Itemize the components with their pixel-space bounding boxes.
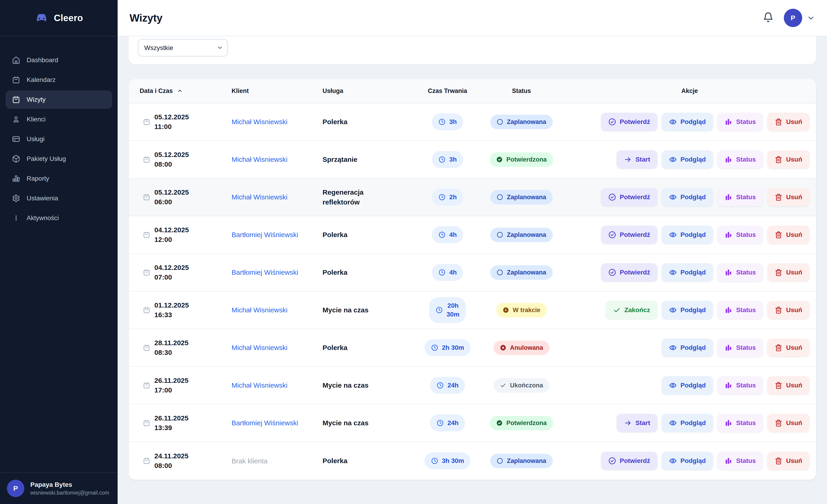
status-button[interactable]: Status — [717, 226, 763, 244]
status-button[interactable]: Status — [717, 113, 763, 131]
user-avatar: P — [784, 9, 802, 27]
client-link[interactable]: Bartłomiej Wiśniewski — [232, 267, 298, 277]
status-button[interactable]: Status — [717, 150, 763, 169]
delete-button[interactable]: Usuń — [767, 113, 810, 131]
client-link[interactable]: Michał Wisniewski — [232, 117, 287, 127]
visit-date: 05.12.2025 — [154, 113, 189, 121]
delete-button[interactable]: Usuń — [767, 414, 810, 432]
preview-button[interactable]: Podgląd — [662, 226, 713, 244]
clock-icon — [438, 193, 446, 201]
start-button[interactable]: Start — [617, 150, 658, 169]
calendar-icon — [143, 118, 150, 125]
delete-button[interactable]: Usuń — [767, 263, 810, 282]
preview-button[interactable]: Podgląd — [662, 188, 713, 206]
column-header-service: Usługa — [323, 88, 422, 95]
preview-button[interactable]: Podgląd — [662, 339, 713, 357]
check-circle-icon — [608, 193, 616, 201]
client-link[interactable]: Michał Wisniewski — [232, 155, 287, 165]
sidebar-item-pakiety-uslug[interactable]: Pakiety Usług — [5, 150, 112, 168]
confirm-button[interactable]: Potwierdź — [601, 263, 658, 282]
sidebar-item-klienci[interactable]: Klienci — [5, 110, 112, 128]
preview-button[interactable]: Podgląd — [662, 452, 713, 470]
confirm-button[interactable]: Potwierdź — [601, 452, 658, 470]
sidebar-item-ustawienia[interactable]: Ustawienia — [5, 189, 112, 208]
visit-datetime: 05.12.202511:00 — [140, 113, 232, 130]
clock-icon — [438, 269, 446, 276]
status-label: Zaplanowana — [507, 194, 546, 201]
delete-button[interactable]: Usuń — [767, 376, 810, 395]
sidebar-item-raporty[interactable]: Raporty — [5, 169, 112, 188]
clock-icon — [436, 306, 443, 314]
sidebar-item-uslugi[interactable]: Usługi — [5, 130, 112, 148]
status-button[interactable]: Status — [717, 376, 763, 395]
sidebar-item-label: Pakiety Usług — [27, 155, 66, 163]
preview-button[interactable]: Podgląd — [662, 113, 713, 131]
delete-button[interactable]: Usuń — [767, 452, 810, 470]
table-row: 04.12.202507:00Bartłomiej WiśniewskiPole… — [129, 254, 816, 291]
preview-button[interactable]: Podgląd — [662, 376, 713, 395]
table-body: 05.12.202511:00Michał WisniewskiPolerka3… — [129, 103, 816, 480]
check-icon — [500, 382, 506, 389]
action-label: Usuń — [786, 193, 802, 201]
visit-time: 06:00 — [154, 198, 189, 206]
preview-button[interactable]: Podgląd — [662, 414, 713, 432]
visit-time: 11:00 — [154, 123, 189, 130]
sidebar-item-aktywnosci[interactable]: Aktywności — [5, 209, 112, 227]
delete-button[interactable]: Usuń — [767, 339, 810, 357]
status-label: Potwierdzona — [506, 156, 547, 163]
eye-icon — [669, 306, 677, 314]
confirm-button[interactable]: Potwierdź — [601, 113, 658, 131]
user-menu-button[interactable]: P — [784, 9, 815, 27]
client-link[interactable]: Michał Wisniewski — [232, 192, 287, 202]
finish-button[interactable]: Zakończ — [605, 301, 658, 319]
action-label: Usuń — [786, 118, 802, 125]
arrow-right-icon — [624, 156, 632, 163]
preview-button[interactable]: Podgląd — [662, 263, 713, 282]
delete-button[interactable]: Usuń — [767, 301, 810, 319]
trash-icon — [775, 156, 782, 163]
client-link[interactable]: Michał Wisniewski — [232, 343, 287, 353]
notifications-button[interactable] — [763, 12, 774, 24]
visit-datetime: 26.11.202513:39 — [140, 414, 232, 432]
sidebar-item-wizyty[interactable]: Wizyty — [5, 91, 112, 109]
status-button[interactable]: Status — [717, 263, 763, 282]
visit-date: 24.11.2025 — [154, 452, 189, 460]
action-label: Usuń — [786, 457, 802, 464]
duration-badge: 3h — [432, 113, 464, 130]
status-button[interactable]: Status — [717, 301, 763, 319]
start-button[interactable]: Start — [617, 414, 658, 432]
status-button[interactable]: Status — [717, 452, 763, 470]
visit-datetime: 05.12.202506:00 — [140, 188, 232, 206]
calendar-icon — [143, 419, 150, 427]
delete-button[interactable]: Usuń — [767, 188, 810, 206]
service-name: Sprzątanie — [323, 155, 357, 165]
client-link[interactable]: Michał Wisniewski — [232, 305, 287, 315]
column-header-date[interactable]: Data i Czas — [140, 88, 232, 95]
preview-button[interactable]: Podgląd — [662, 150, 713, 169]
duration-badge: 3h — [432, 151, 464, 168]
delete-button[interactable]: Usuń — [767, 226, 810, 244]
status-badge-planned: Zaplanowana — [490, 265, 552, 280]
confirm-button[interactable]: Potwierdź — [601, 226, 658, 244]
action-label: Potwierdź — [620, 231, 650, 238]
table-row: 04.12.202512:00Bartłomiej WiśniewskiPole… — [129, 216, 816, 254]
client-link[interactable]: Bartłomiej Wiśniewski — [232, 418, 298, 428]
client-link[interactable]: Bartłomiej Wiśniewski — [232, 230, 298, 240]
circle-icon — [497, 269, 503, 276]
sidebar-item-dashboard[interactable]: Dashboard — [5, 51, 112, 69]
status-button[interactable]: Status — [717, 339, 763, 357]
confirm-button[interactable]: Potwierdź — [601, 188, 658, 206]
status-button[interactable]: Status — [717, 414, 763, 432]
delete-button[interactable]: Usuń — [767, 150, 810, 169]
sidebar-user-card[interactable]: P Papaya Bytes wisniewski.bartlomiej@gma… — [0, 472, 117, 504]
sidebar-item-kalendarz[interactable]: Kalendarz — [5, 71, 112, 89]
visit-date: 26.11.2025 — [154, 377, 189, 384]
visit-time: 08:00 — [154, 462, 189, 469]
calendar-icon — [143, 269, 150, 276]
preview-button[interactable]: Podgląd — [662, 301, 713, 319]
status-button[interactable]: Status — [717, 188, 763, 206]
status-filter-select[interactable]: Wszystkie — [138, 39, 228, 56]
client-link[interactable]: Michał Wisniewski — [232, 380, 287, 390]
calendar-icon — [143, 231, 150, 238]
column-header-client: Klient — [232, 88, 323, 95]
